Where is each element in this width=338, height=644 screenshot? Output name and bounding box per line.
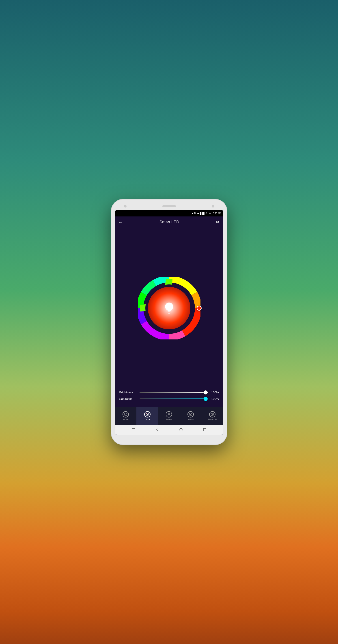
svg-point-2 bbox=[165, 302, 173, 310]
saturation-label: Saturation bbox=[119, 397, 137, 400]
edit-button[interactable]: ✏ bbox=[216, 219, 220, 225]
nav-white[interactable]: White bbox=[115, 407, 137, 425]
nav-schedule[interactable]: Schedule bbox=[202, 407, 223, 425]
color-icon bbox=[144, 411, 150, 418]
svg-rect-3 bbox=[167, 310, 171, 311]
saturation-thumb[interactable] bbox=[204, 397, 208, 401]
svg-point-8 bbox=[124, 413, 127, 416]
android-recent-button[interactable] bbox=[131, 428, 136, 432]
svg-rect-25 bbox=[203, 428, 206, 431]
nav-scene-label: Scene bbox=[166, 418, 172, 421]
brightness-label: Brightness bbox=[119, 391, 137, 394]
nfc-icon: N bbox=[194, 212, 196, 215]
android-nav-bar bbox=[115, 425, 223, 435]
nav-music-label: Music bbox=[188, 418, 194, 421]
svg-marker-23 bbox=[156, 428, 158, 431]
svg-point-12 bbox=[148, 414, 148, 414]
svg-rect-22 bbox=[132, 428, 135, 431]
nav-color-label: Color bbox=[145, 418, 150, 421]
phone-screen: ✦ N ▾▾ ▋▋▋ 21% 10:50 AM ← Smart LED ✏ bbox=[115, 210, 223, 435]
nav-color[interactable]: Color bbox=[136, 407, 158, 425]
brightness-slider[interactable] bbox=[139, 392, 208, 393]
phone-camera-right bbox=[212, 205, 214, 208]
app-header: ← Smart LED ✏ bbox=[115, 216, 223, 228]
android-back-button[interactable] bbox=[155, 428, 159, 432]
color-wheel[interactable] bbox=[138, 277, 201, 340]
app-title: Smart LED bbox=[159, 220, 179, 224]
svg-point-14 bbox=[148, 415, 148, 415]
phone-top-bar bbox=[115, 203, 223, 209]
scene-icon bbox=[166, 411, 172, 418]
saturation-row: Saturation 100% bbox=[119, 397, 219, 400]
svg-point-24 bbox=[180, 428, 182, 431]
brightness-value: 100% bbox=[210, 391, 219, 394]
back-button[interactable]: ← bbox=[118, 220, 123, 225]
saturation-value: 100% bbox=[210, 397, 219, 400]
nav-music[interactable]: Music bbox=[180, 407, 202, 425]
color-wheel-area[interactable] bbox=[115, 228, 223, 388]
phone-frame: ✦ N ▾▾ ▋▋▋ 21% 10:50 AM ← Smart LED ✏ bbox=[111, 199, 227, 445]
android-menu-button[interactable] bbox=[203, 428, 207, 432]
status-bar: ✦ N ▾▾ ▋▋▋ 21% 10:50 AM bbox=[115, 210, 223, 216]
svg-point-13 bbox=[146, 415, 147, 415]
bottom-nav: White Color bbox=[115, 407, 223, 425]
nav-schedule-label: Schedule bbox=[208, 418, 217, 421]
color-wheel-inner bbox=[148, 287, 190, 330]
white-icon bbox=[122, 411, 129, 418]
battery-percent: 21% bbox=[206, 212, 211, 215]
sliders-area: Brightness 100% Saturation 100% bbox=[115, 388, 223, 407]
status-time: 10:50 AM bbox=[212, 212, 221, 215]
nav-white-label: White bbox=[123, 418, 129, 421]
svg-rect-5 bbox=[168, 313, 170, 314]
saturation-slider[interactable] bbox=[139, 398, 208, 399]
svg-point-10 bbox=[147, 414, 148, 415]
phone-speaker bbox=[162, 205, 176, 207]
brightness-thumb[interactable] bbox=[204, 390, 208, 394]
music-icon bbox=[188, 411, 194, 418]
signal-bars: ▋▋▋ bbox=[200, 212, 205, 215]
color-wheel-handle[interactable] bbox=[197, 306, 202, 310]
android-home-button[interactable] bbox=[179, 428, 183, 432]
brightness-row: Brightness 100% bbox=[119, 391, 219, 394]
bulb-icon bbox=[161, 300, 177, 316]
svg-point-11 bbox=[146, 414, 147, 414]
bluetooth-icon: ✦ bbox=[192, 212, 193, 215]
wifi-icon: ▾▾ bbox=[197, 212, 199, 215]
phone-camera-left bbox=[124, 205, 126, 208]
schedule-icon bbox=[209, 411, 216, 418]
nav-scene[interactable]: Scene bbox=[158, 407, 180, 425]
